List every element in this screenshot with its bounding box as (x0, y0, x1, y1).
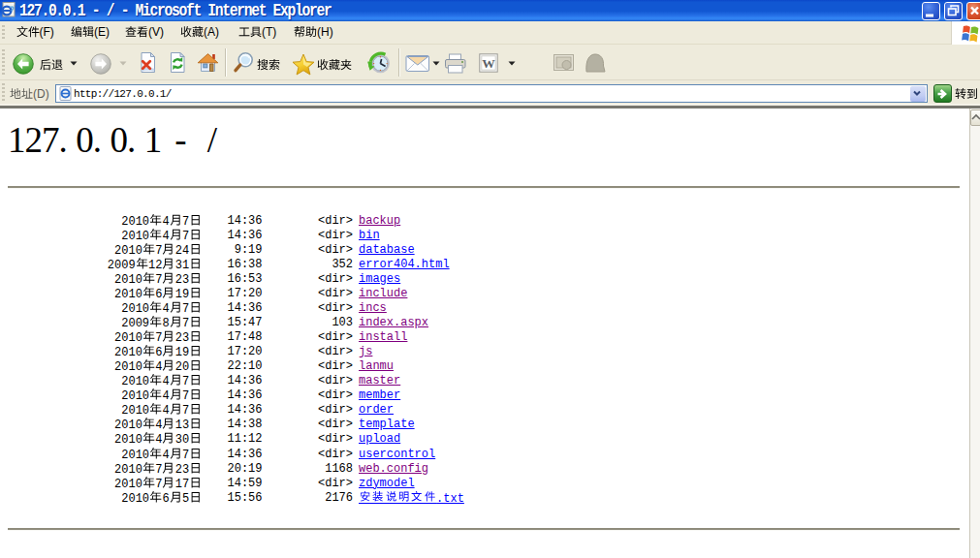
svg-text:W: W (482, 56, 495, 71)
